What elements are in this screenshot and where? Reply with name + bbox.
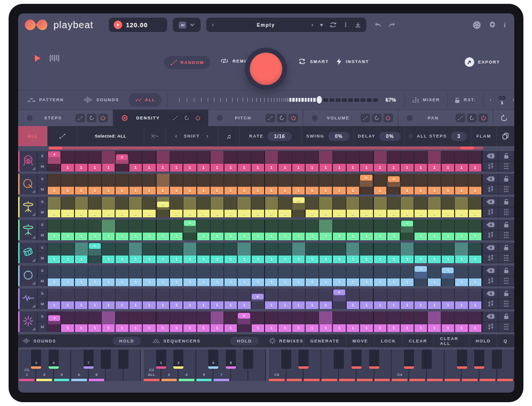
step-column[interactable]	[414, 197, 427, 210]
step-column[interactable]	[265, 266, 278, 278]
step-cell[interactable]: 1	[102, 210, 116, 217]
black-key[interactable]	[474, 350, 484, 369]
step-cell[interactable]: 1	[183, 256, 197, 263]
step-column[interactable]	[319, 151, 332, 164]
step-column[interactable]	[251, 243, 265, 256]
step-column[interactable]	[224, 243, 237, 256]
step-cell[interactable]: 1	[347, 187, 360, 194]
step-cell[interactable]: 1	[143, 164, 156, 171]
step-column[interactable]	[61, 151, 74, 164]
step-column[interactable]	[197, 151, 210, 164]
step-column[interactable]	[170, 266, 183, 278]
step-cell[interactable]: 1	[428, 256, 441, 263]
step-column[interactable]	[401, 266, 414, 278]
step-column[interactable]	[183, 266, 197, 278]
step-cell[interactable]: 1	[292, 324, 306, 332]
step-column[interactable]	[224, 266, 237, 278]
step-cell[interactable]	[88, 256, 102, 263]
tab-randomize-icon[interactable]	[170, 114, 180, 122]
track-lock-button[interactable]	[499, 174, 514, 184]
tab-radio[interactable]	[123, 116, 127, 120]
step-cell[interactable]: 1	[347, 278, 360, 286]
track-sliders-button[interactable]	[483, 161, 499, 172]
black-key[interactable]	[281, 350, 291, 369]
track-lock-button[interactable]	[499, 266, 514, 276]
step-column[interactable]	[75, 197, 88, 210]
step-cell[interactable]: 1	[143, 301, 156, 309]
step-cell[interactable]: 1	[129, 278, 143, 286]
step-cell[interactable]: 1	[347, 324, 360, 332]
step-column[interactable]	[129, 220, 142, 233]
step-column[interactable]	[211, 288, 224, 301]
preset-name[interactable]: Empty	[257, 22, 275, 28]
step-cell[interactable]: 1	[347, 233, 360, 240]
step-cell[interactable]: 1	[360, 278, 373, 286]
randomize-selected-button[interactable]	[48, 126, 77, 146]
step-column[interactable]: 4	[292, 197, 306, 210]
tab-power-icon[interactable]	[479, 114, 488, 122]
step-cell[interactable]: 1	[48, 256, 61, 263]
step-column[interactable]	[224, 288, 237, 301]
step-column[interactable]	[116, 288, 129, 301]
step-column[interactable]	[170, 311, 183, 324]
step-column[interactable]	[346, 288, 360, 301]
step-column[interactable]	[360, 197, 373, 210]
step-cell[interactable]: 1	[306, 324, 319, 332]
step-cell[interactable]: 1	[183, 278, 197, 286]
black-key[interactable]	[457, 350, 467, 369]
step-cell[interactable]: 1	[61, 278, 74, 286]
step-cell[interactable]: 1	[278, 301, 292, 309]
step-column[interactable]	[48, 197, 61, 210]
step-column[interactable]	[401, 311, 414, 324]
step-cell[interactable]	[415, 278, 428, 286]
step-cell[interactable]: 1	[455, 187, 468, 194]
step-cell[interactable]: 1	[143, 256, 156, 263]
step-cell[interactable]: 1	[265, 278, 278, 286]
remixes-mode-button[interactable]: REMIXES	[269, 338, 304, 344]
step-cell[interactable]: 1	[211, 210, 224, 217]
step-cell[interactable]: 1	[157, 278, 170, 286]
step-column[interactable]	[374, 311, 387, 324]
preset-next-button[interactable]: ›	[311, 21, 313, 28]
step-column[interactable]	[455, 197, 468, 210]
step-cell[interactable]: 1	[61, 164, 74, 171]
step-column[interactable]: 3	[116, 151, 129, 164]
complexity-slider[interactable]	[179, 95, 378, 105]
step-column[interactable]	[414, 151, 427, 164]
track-expand-handle[interactable]	[32, 213, 35, 216]
step-cell[interactable]: 1	[278, 278, 292, 286]
download-preset-icon[interactable]	[355, 22, 361, 28]
step-cell[interactable]: 1	[143, 210, 156, 217]
step-cell[interactable]	[238, 324, 251, 332]
piano-roll-icon[interactable]	[50, 55, 59, 62]
step-cell[interactable]: 1	[211, 233, 224, 240]
step-cell[interactable]	[442, 278, 455, 286]
slider-handle[interactable]	[317, 96, 322, 104]
track-sliders-button[interactable]	[483, 230, 499, 241]
step-column[interactable]	[374, 197, 387, 210]
step-cell[interactable]: 1	[292, 187, 306, 194]
step-cell[interactable]: 1	[265, 324, 278, 332]
step-column[interactable]	[116, 243, 129, 256]
step-column[interactable]	[61, 243, 74, 256]
black-key[interactable]: 1	[156, 350, 166, 369]
step-cell[interactable]: 1	[455, 233, 468, 240]
favorite-heart-icon[interactable]: ♥	[320, 22, 323, 28]
step-cell[interactable]: 1	[374, 324, 387, 332]
step-column[interactable]	[48, 266, 61, 278]
sounds-tab[interactable]: SOUNDS	[84, 96, 119, 103]
bpm-box[interactable]: 120.00	[109, 18, 167, 32]
step-cell[interactable]: 1	[48, 233, 61, 240]
step-cell[interactable]: 1	[116, 324, 129, 332]
track-erase-button[interactable]	[483, 220, 499, 230]
density-badge[interactable]: 3	[48, 315, 60, 321]
density-badge[interactable]: 4	[48, 151, 60, 157]
step-cell[interactable]: 1	[102, 187, 116, 194]
step-cell[interactable]: 1	[238, 233, 251, 240]
step-column[interactable]	[183, 243, 197, 256]
step-cell[interactable]: 1	[157, 233, 170, 240]
step-column[interactable]: 6	[333, 288, 346, 301]
step-column[interactable]	[387, 243, 401, 256]
redo-icon[interactable]	[388, 22, 396, 28]
step-column[interactable]	[157, 174, 170, 187]
